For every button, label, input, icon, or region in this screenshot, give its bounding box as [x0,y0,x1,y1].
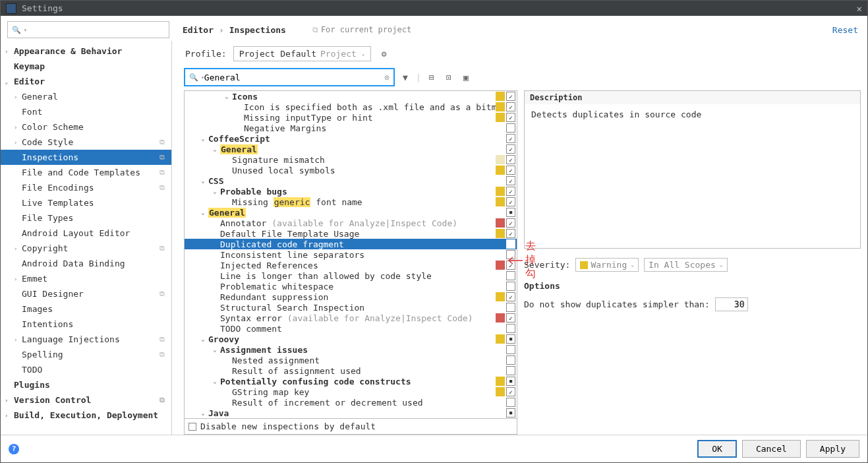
ok-button[interactable]: OK [697,440,737,458]
filter-icon[interactable]: ▼ [399,71,412,84]
tree-checkbox[interactable] [506,261,515,270]
tree-checkbox[interactable] [506,366,515,375]
tree-checkbox[interactable] [506,282,515,291]
tree-checkbox[interactable] [506,218,515,228]
cancel-button[interactable]: Cancel [742,440,801,458]
tree-checkbox[interactable] [506,92,515,101]
inspection-search[interactable]: 🔍▾ ⊗ [184,68,395,86]
tree-checkbox[interactable] [506,239,515,249]
severity-select[interactable]: Warning ⌄ [575,258,639,272]
tree-row[interactable]: GString map key [185,386,517,397]
reset-filter-icon[interactable]: ▣ [459,71,473,84]
sidebar-item[interactable]: File and Code Templates⧉ [1,165,171,180]
sidebar-item[interactable]: Android Data Binding [1,256,171,271]
tree-row[interactable]: Missing generic font name [185,197,517,207]
close-icon[interactable]: ✕ [857,3,862,14]
tree-row[interactable]: Redundant suppression [185,292,517,302]
tree-row[interactable]: Signature mismatch [185,154,517,165]
tree-checkbox[interactable] [506,355,515,365]
sidebar-item[interactable]: Images [1,301,171,317]
tree-checkbox[interactable] [506,134,515,143]
sidebar-item[interactable]: Spelling⧉ [1,347,171,362]
sidebar-item[interactable]: File Types [1,210,171,226]
apply-button[interactable]: Apply [806,440,859,458]
sidebar-item[interactable]: Android Layout Editor [1,226,171,241]
tree-row[interactable]: ⌄Potentially confusing code constructs [185,376,517,386]
disable-new-checkbox[interactable] [188,423,196,431]
sidebar-item[interactable]: Intentions [1,317,171,332]
tree-row[interactable]: Duplicated code fragment [185,239,517,249]
tree-checkbox[interactable] [506,345,515,354]
tree-row[interactable]: ⌄Groovy [185,334,517,344]
tree-checkbox[interactable] [506,113,515,122]
tree-checkbox[interactable] [506,408,515,417]
tree-checkbox[interactable] [506,208,515,217]
inspection-search-input[interactable] [204,73,384,82]
tree-checkbox[interactable] [506,250,515,259]
tree-row[interactable]: Injected References [185,260,517,270]
tree-checkbox[interactable] [506,144,515,154]
tree-checkbox[interactable] [506,176,515,185]
reset-link[interactable]: Reset [832,25,861,35]
gear-icon[interactable]: ⚙ [378,47,391,61]
tree-row[interactable]: ⌄Probable bugs [185,186,517,197]
tree-checkbox[interactable] [506,334,515,344]
tree-checkbox[interactable] [506,271,515,280]
tree-checkbox[interactable] [506,229,515,238]
sidebar-item[interactable]: ›Code Style⧉ [1,135,171,150]
sidebar-item[interactable]: ›Color Scheme [1,119,171,135]
tree-checkbox[interactable] [506,398,515,407]
tree-row[interactable]: Structural Search Inspection [185,302,517,313]
inspection-tree[interactable]: ⌄Icons Icon is specified both as .xml fi… [185,91,517,418]
tree-checkbox[interactable] [506,324,515,333]
tree-row[interactable]: Result of assignment used [185,365,517,376]
tree-checkbox[interactable] [506,313,515,323]
tree-row[interactable]: ⌄CoffeeScript [185,133,517,144]
sidebar-item[interactable]: ›Copyright⧉ [1,241,171,256]
tree-row[interactable]: ⌄CSS [185,175,517,186]
tree-row[interactable]: Icon is specified both as .xml file and … [185,102,517,112]
sidebar-item[interactable]: Font [1,104,171,119]
tree-checkbox[interactable] [506,377,515,386]
sidebar-item[interactable]: Live Templates [1,195,171,210]
tree-row[interactable]: Syntax error (available for Analyze|Insp… [185,313,517,323]
sidebar-item[interactable]: Keymap [1,59,171,74]
tree-checkbox[interactable] [506,102,515,111]
sidebar-item[interactable]: ›Build, Execution, Deployment [1,408,171,423]
tree-row[interactable]: Unused local symbols [185,165,517,175]
sidebar-item[interactable]: TODO [1,362,171,377]
sidebar-item[interactable]: ›Appearance & Behavior [1,44,171,59]
tree-row[interactable]: Annotator (available for Analyze|Inspect… [185,218,517,228]
tree-checkbox[interactable] [506,387,515,396]
tree-checkbox[interactable] [506,166,515,175]
tree-row[interactable]: ⌄Java [185,408,517,418]
profile-select[interactable]: Project Default Project ⌄ [233,46,371,61]
tree-checkbox[interactable] [506,303,515,312]
tree-checkbox[interactable] [506,197,515,206]
tree-row[interactable]: Line is longer than allowed by code styl… [185,270,517,281]
help-icon[interactable]: ? [9,444,19,454]
tree-row[interactable]: Inconsistent line separators [185,249,517,260]
tree-row[interactable]: Default File Template Usage [185,228,517,239]
tree-row[interactable]: ⌄Assignment issues [185,344,517,355]
tree-checkbox[interactable] [506,155,515,164]
options-value-input[interactable] [715,297,748,311]
sidebar-item[interactable]: ⌄Editor [1,74,171,89]
sidebar-item[interactable]: File Encodings⧉ [1,180,171,195]
sidebar-item[interactable]: Plugins [1,377,171,392]
tree-row[interactable]: Negative Margins [185,123,517,133]
tree-checkbox[interactable] [506,123,515,133]
collapse-all-icon[interactable]: ⊡ [442,71,455,84]
clear-icon[interactable]: ⊗ [384,73,390,82]
tree-row[interactable]: Missing inputType or hint [185,112,517,123]
expand-all-icon[interactable]: ⊟ [425,71,438,84]
sidebar-item[interactable]: ›Language Injections⧉ [1,332,171,347]
tree-row[interactable]: ⌄General [185,207,517,218]
tree-row[interactable]: Nested assignment [185,355,517,365]
tree-checkbox[interactable] [506,187,515,196]
tree-row[interactable]: ⌄Icons [185,91,517,102]
tree-row[interactable]: Result of increment or decrement used [185,397,517,408]
sidebar-item[interactable]: ›Version Control⧉ [1,392,171,408]
tree-row[interactable]: Problematic whitespace [185,281,517,292]
sidebar-search[interactable]: 🔍 ▾ [7,21,169,38]
